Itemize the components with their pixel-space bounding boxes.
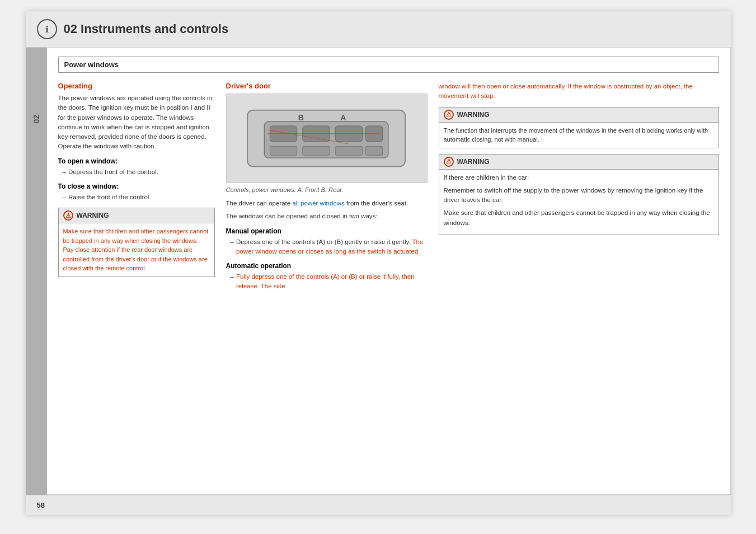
svg-rect-12 — [336, 146, 363, 155]
chapter-number: 02 — [32, 115, 41, 124]
auto-operation-item: – Fully depress one of the controls (A) … — [226, 272, 428, 292]
auto-operation-heading: Automatic operation — [226, 262, 428, 270]
close-window-heading: To close a window: — [58, 182, 215, 190]
content-area: 02 Power windows Operating The power win… — [26, 48, 731, 495]
left-column: Operating The power windows are operated… — [58, 82, 215, 280]
image-caption: Controls, power windows. A. Front B. Rea… — [226, 186, 428, 193]
page-header: ℹ 02 Instruments and controls — [26, 11, 731, 48]
three-columns: Operating The power windows are operated… — [58, 82, 719, 294]
section-title: Power windows — [64, 60, 119, 69]
right-warning-box-1: ⚠ WARNING The function that interrupts t… — [439, 107, 719, 148]
operating-heading: Operating — [58, 82, 215, 90]
left-warning-header: ⚠ WARNING — [59, 208, 214, 223]
driver-intro2: The windows can be opened and closed in … — [226, 212, 428, 221]
children-item2: Make sure that children and other passen… — [444, 208, 714, 228]
right-column: window will then open or close automatic… — [439, 82, 719, 238]
car-controls-svg: A B — [236, 99, 416, 178]
right-warning-body-1: The function that interrupts the movemen… — [439, 123, 719, 148]
close-window-item: – Raise the front of the control. — [58, 193, 215, 202]
open-window-item: – Depress the front of the control. — [58, 167, 215, 177]
operating-intro: The power windows are operated using the… — [58, 93, 215, 152]
section-title-bar: Power windows — [58, 57, 719, 73]
children-intro: If there are children in the car: — [444, 173, 714, 182]
svg-text:A: A — [341, 113, 346, 122]
right-warning-header-1: ⚠ WARNING — [439, 107, 719, 123]
driver-intro1: The driver can operate all power windows… — [226, 199, 428, 208]
middle-column: Driver's door A B — [226, 82, 428, 294]
controls-image: A B — [226, 93, 428, 183]
open-window-heading: To open a window: — [58, 157, 215, 165]
auto-operation-continued: window will then open or close automatic… — [439, 82, 719, 101]
warning-triangle-icon-1: ⚠ — [444, 110, 454, 120]
svg-text:B: B — [298, 113, 304, 122]
page-footer: 58 — [26, 495, 731, 515]
children-item1: Remember to switch off the supply to the… — [444, 186, 714, 205]
svg-rect-10 — [270, 146, 297, 155]
right-warning-header-2: ⚠ WARNING — [439, 154, 719, 170]
page-number: 58 — [37, 501, 45, 509]
left-warning-box: ⚠ WARNING Make sure that children and ot… — [58, 208, 215, 277]
drivers-door-heading: Driver's door — [226, 82, 428, 90]
right-warning-box-2: ⚠ WARNING If there are children in the c… — [439, 154, 719, 235]
chapter-icon: ℹ — [37, 19, 57, 39]
main-content: Power windows Operating The power window… — [47, 48, 731, 495]
svg-rect-11 — [303, 146, 330, 155]
warning-triangle-icon-2: ⚠ — [444, 157, 454, 167]
manual-operation-heading: Manual operation — [226, 227, 428, 235]
left-warning-body: Make sure that children and other passen… — [59, 223, 214, 277]
warning-triangle-icon: ⚠ — [63, 210, 73, 221]
chapter-side-tab: 02 — [26, 48, 47, 495]
svg-rect-13 — [366, 146, 383, 155]
manual-operation-item: – Depress one of the controls (A) or (B)… — [226, 237, 428, 257]
page-title: 02 Instruments and controls — [64, 22, 229, 36]
right-warning-body-2: If there are children in the car: Rememb… — [439, 170, 719, 235]
